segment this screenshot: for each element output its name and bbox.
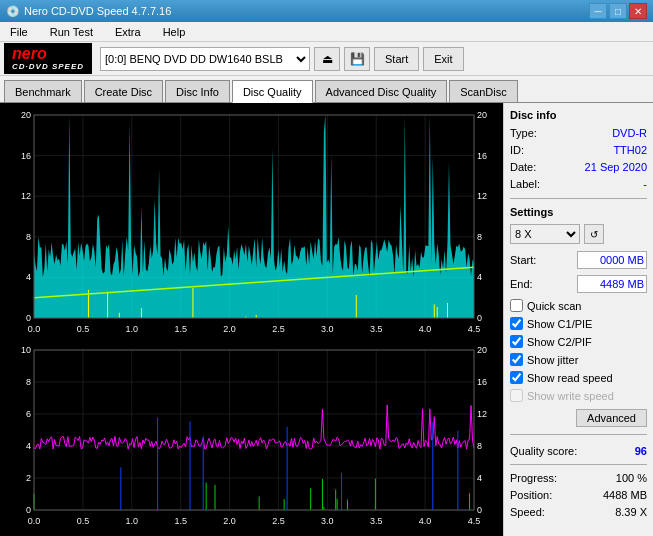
quality-score-value: 96: [635, 445, 647, 457]
tab-disc-quality[interactable]: Disc Quality: [232, 80, 313, 103]
app-title: Nero CD-DVD Speed 4.7.7.16: [24, 5, 171, 17]
nero-logo: nero CD·DVD SPEED: [4, 43, 92, 73]
progress-value: 100 %: [616, 472, 647, 484]
speed-row: 8 X ↺: [510, 224, 647, 244]
maximize-button[interactable]: □: [609, 3, 627, 19]
nero-subtext: CD·DVD SPEED: [12, 63, 84, 72]
bottom-chart: [4, 342, 499, 532]
show-write-row: Show write speed: [510, 389, 647, 402]
progress-label: Progress:: [510, 472, 557, 484]
show-c2pif-row: Show C2/PIF: [510, 335, 647, 348]
label-row: Label: -: [510, 178, 647, 190]
menubar: File Run Test Extra Help: [0, 22, 653, 42]
label-label: Label:: [510, 178, 540, 190]
id-label: ID:: [510, 144, 524, 156]
quick-scan-row: Quick scan: [510, 299, 647, 312]
settings-title: Settings: [510, 206, 647, 218]
charts-area: [0, 103, 503, 536]
titlebar-title: 💿 Nero CD-DVD Speed 4.7.7.16: [6, 5, 171, 18]
start-label: Start:: [510, 254, 536, 266]
divider-3: [510, 464, 647, 465]
type-label: Type:: [510, 127, 537, 139]
menu-run-test[interactable]: Run Test: [44, 25, 99, 39]
show-write-label: Show write speed: [527, 390, 614, 402]
speed-select[interactable]: 8 X: [510, 224, 580, 244]
id-row: ID: TTH02: [510, 144, 647, 156]
show-c2pif-label: Show C2/PIF: [527, 336, 592, 348]
titlebar-controls: ─ □ ✕: [589, 3, 647, 19]
divider-1: [510, 198, 647, 199]
menu-file[interactable]: File: [4, 25, 34, 39]
titlebar: 💿 Nero CD-DVD Speed 4.7.7.16 ─ □ ✕: [0, 0, 653, 22]
show-c1pie-label: Show C1/PIE: [527, 318, 592, 330]
top-chart-canvas: [4, 107, 499, 340]
tab-create-disc[interactable]: Create Disc: [84, 80, 163, 102]
tab-advanced-disc-quality[interactable]: Advanced Disc Quality: [315, 80, 448, 102]
nero-text: nero: [12, 45, 84, 63]
drive-select[interactable]: [0:0] BENQ DVD DD DW1640 BSLB: [100, 47, 310, 71]
exit-button[interactable]: Exit: [423, 47, 463, 71]
save-button[interactable]: 💾: [344, 47, 370, 71]
start-button[interactable]: Start: [374, 47, 419, 71]
bottom-chart-canvas: [4, 342, 499, 532]
speed-label: Speed:: [510, 506, 545, 518]
show-read-label: Show read speed: [527, 372, 613, 384]
minimize-button[interactable]: ─: [589, 3, 607, 19]
type-row: Type: DVD-R: [510, 127, 647, 139]
type-value: DVD-R: [612, 127, 647, 139]
date-row: Date: 21 Sep 2020: [510, 161, 647, 173]
quick-scan-checkbox[interactable]: [510, 299, 523, 312]
advanced-button[interactable]: Advanced: [576, 409, 647, 427]
show-jitter-checkbox[interactable]: [510, 353, 523, 366]
position-label: Position:: [510, 489, 552, 501]
top-chart: [4, 107, 499, 340]
id-value: TTH02: [613, 144, 647, 156]
start-input[interactable]: [577, 251, 647, 269]
tab-disc-info[interactable]: Disc Info: [165, 80, 230, 102]
label-value: -: [643, 178, 647, 190]
close-button[interactable]: ✕: [629, 3, 647, 19]
show-c1pie-row: Show C1/PIE: [510, 317, 647, 330]
quality-row: Quality score: 96: [510, 445, 647, 457]
show-jitter-label: Show jitter: [527, 354, 578, 366]
show-c1pie-checkbox[interactable]: [510, 317, 523, 330]
end-label: End:: [510, 278, 533, 290]
divider-2: [510, 434, 647, 435]
eject-button[interactable]: ⏏: [314, 47, 340, 71]
date-label: Date:: [510, 161, 536, 173]
show-read-row: Show read speed: [510, 371, 647, 384]
progress-row: Progress: 100 %: [510, 472, 647, 484]
start-row: Start:: [510, 251, 647, 269]
end-row: End:: [510, 275, 647, 293]
position-value: 4488 MB: [603, 489, 647, 501]
tab-benchmark[interactable]: Benchmark: [4, 80, 82, 102]
show-jitter-row: Show jitter: [510, 353, 647, 366]
speed-value: 8.39 X: [615, 506, 647, 518]
refresh-button[interactable]: ↺: [584, 224, 604, 244]
quick-scan-label: Quick scan: [527, 300, 581, 312]
tabs: Benchmark Create Disc Disc Info Disc Qua…: [0, 76, 653, 103]
end-input[interactable]: [577, 275, 647, 293]
quality-score-label: Quality score:: [510, 445, 577, 457]
menu-extra[interactable]: Extra: [109, 25, 147, 39]
menu-help[interactable]: Help: [157, 25, 192, 39]
tab-scandisc[interactable]: ScanDisc: [449, 80, 517, 102]
disc-info-title: Disc info: [510, 109, 647, 121]
show-write-checkbox[interactable]: [510, 389, 523, 402]
date-value: 21 Sep 2020: [585, 161, 647, 173]
main-content: Disc info Type: DVD-R ID: TTH02 Date: 21…: [0, 103, 653, 536]
position-row: Position: 4488 MB: [510, 489, 647, 501]
app-icon: 💿: [6, 5, 20, 18]
right-panel: Disc info Type: DVD-R ID: TTH02 Date: 21…: [503, 103, 653, 536]
toolbar: nero CD·DVD SPEED [0:0] BENQ DVD DD DW16…: [0, 42, 653, 76]
show-read-checkbox[interactable]: [510, 371, 523, 384]
speed-info-row: Speed: 8.39 X: [510, 506, 647, 518]
show-c2pif-checkbox[interactable]: [510, 335, 523, 348]
